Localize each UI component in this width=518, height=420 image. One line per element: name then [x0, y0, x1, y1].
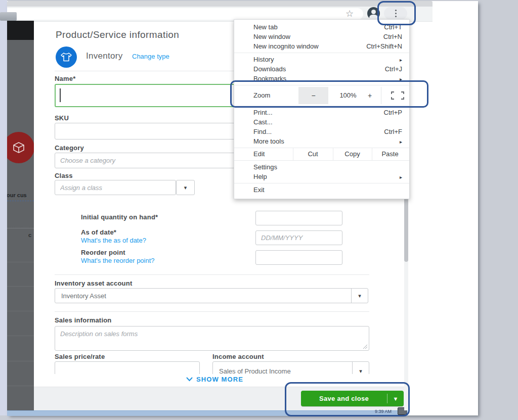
dimmed-background-page: our cus c — [7, 21, 34, 410]
screenshot-canvas: ☆ our cus c — [0, 0, 518, 420]
menu-item-cut[interactable]: Cut — [293, 148, 333, 160]
initial-qty-label: Initial quantity on hand* — [81, 213, 158, 221]
profile-body-glyph — [369, 15, 378, 19]
browser-titlebar[interactable] — [7, 1, 433, 7]
menu-item-edit[interactable]: Edit — [253, 148, 265, 160]
window-fragment — [0, 12, 17, 21]
reorder-point-input[interactable] — [255, 250, 342, 265]
dashed-line — [7, 201, 34, 201]
sales-description-placeholder: Description on sales forms — [60, 330, 138, 338]
menu-separator — [234, 183, 409, 183]
annotation-box-save-button — [285, 382, 410, 416]
menu-item-paste[interactable]: Paste — [372, 148, 408, 160]
divider — [55, 274, 369, 275]
initial-qty-input[interactable] — [255, 211, 342, 225]
change-type-link[interactable]: Change type — [132, 53, 169, 60]
show-more-label: SHOW MORE — [196, 376, 243, 383]
menu-item-find[interactable]: Find... Ctrl+F — [234, 127, 409, 136]
submenu-arrow-icon — [400, 172, 402, 181]
inventory-asset-select[interactable]: Inventory Asset ▾ — [55, 288, 368, 303]
menu-item-new-window[interactable]: New window Ctrl+N — [234, 32, 409, 41]
profile-head-glyph — [371, 10, 376, 14]
bookmark-star-icon[interactable]: ☆ — [343, 8, 356, 20]
class-input[interactable] — [55, 180, 176, 195]
inventory-asset-value: Inventory Asset — [55, 292, 351, 300]
background-char-fragment: c — [28, 232, 31, 238]
as-of-date-input[interactable] — [255, 230, 342, 245]
annotation-box-zoom-row — [230, 80, 428, 108]
show-more-toggle[interactable]: SHOW MORE — [186, 376, 243, 383]
slide-background-left — [0, 0, 7, 415]
inventory-type-badge — [56, 46, 77, 68]
menu-item-new-incognito-window[interactable]: New incognito window Ctrl+Shift+N — [234, 41, 409, 51]
class-dropdown-button[interactable]: ▾ — [176, 180, 195, 195]
address-bar[interactable] — [7, 8, 363, 20]
divider — [55, 311, 369, 312]
dropdown-arrow-icon: ▾ — [184, 184, 187, 191]
class-label: Class — [55, 172, 73, 179]
reorder-point-label: Reorder point — [81, 249, 125, 256]
submenu-arrow-icon — [400, 55, 402, 64]
chevron-down-icon — [186, 377, 193, 382]
dropdown-arrow-icon[interactable]: ▾ — [351, 289, 368, 303]
annotation-box-menu-button — [377, 1, 416, 25]
menu-item-settings[interactable]: Settings — [234, 162, 409, 172]
type-label: Inventory — [86, 51, 123, 61]
submenu-arrow-icon — [400, 136, 402, 146]
menu-item-history[interactable]: History — [234, 55, 409, 64]
qb-header-fragment — [7, 21, 34, 40]
box-icon — [11, 140, 26, 155]
sales-information-label: Sales information — [55, 316, 111, 324]
menu-item-copy[interactable]: Copy — [333, 148, 372, 160]
income-account-label: Income account — [212, 353, 264, 360]
menu-item-more-tools[interactable]: More tools — [234, 136, 409, 146]
browser-menu: New tab Ctrl+T New window Ctrl+N New inc… — [234, 19, 410, 199]
category-label: Category — [55, 144, 84, 152]
menu-item-cast[interactable]: Cast... — [234, 117, 409, 127]
sales-description-textarea[interactable]: Description on sales forms — [55, 326, 369, 351]
background-text-fragment: our cus — [7, 192, 27, 198]
sku-label: SKU — [55, 114, 69, 122]
name-label: Name* — [55, 75, 75, 82]
menu-item-print[interactable]: Print... Ctrl+P — [234, 108, 409, 117]
browser-scrollbar[interactable] — [404, 192, 408, 410]
menu-item-help[interactable]: Help — [234, 172, 409, 181]
text-caret — [60, 88, 61, 102]
menu-item-exit[interactable]: Exit — [234, 185, 409, 195]
menu-edit-row: Edit Cut Copy Paste — [234, 148, 409, 161]
dialog-title: Product/Service information — [56, 29, 179, 40]
reorder-point-help-link[interactable]: What's the reorder point? — [81, 257, 155, 264]
as-of-date-help-link[interactable]: What's the as of date? — [81, 237, 146, 244]
as-of-date-label: As of date* — [81, 228, 116, 236]
qb-empty-state-badge — [7, 132, 34, 163]
scrollbar-thumb[interactable] — [404, 193, 408, 262]
dotted-line — [7, 228, 34, 228]
menu-separator — [234, 53, 409, 53]
resize-handle-icon[interactable] — [362, 344, 368, 349]
inventory-asset-label: Inventory asset account — [55, 279, 132, 287]
sales-price-label: Sales price/rate — [55, 353, 105, 360]
menu-item-downloads[interactable]: Downloads Ctrl+J — [234, 64, 409, 74]
tshirt-icon — [60, 52, 72, 62]
